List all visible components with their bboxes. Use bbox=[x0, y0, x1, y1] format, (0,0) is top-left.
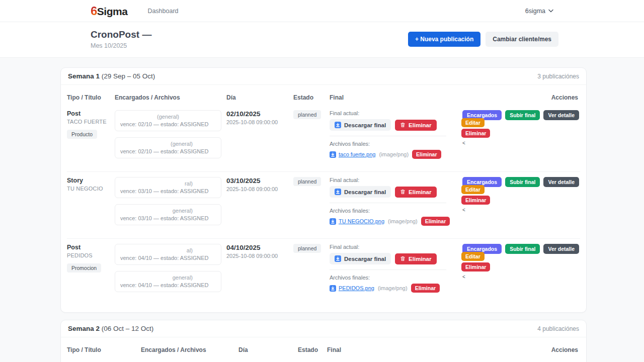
final-file-name: PEDIDOS.png bbox=[339, 285, 374, 291]
assignee-due: vence: 02/10 — estado: ASSIGNED bbox=[120, 121, 216, 127]
delete-final-button[interactable]: Eliminar bbox=[395, 120, 436, 131]
publication-type: Post bbox=[67, 110, 115, 117]
account-name: 6sigma bbox=[525, 8, 545, 15]
final-divider bbox=[330, 203, 446, 203]
column-header: Final bbox=[330, 94, 461, 101]
editar-button[interactable]: Editar bbox=[461, 185, 485, 194]
publication-row: Story TU NEGOCIO ral) vence: 03/10 — est… bbox=[67, 171, 580, 238]
download-final-button[interactable]: Descargar final bbox=[330, 253, 391, 264]
final-divider bbox=[330, 136, 446, 136]
final-file-link[interactable]: TU NEGOCIO.png bbox=[330, 218, 384, 225]
assignee-due: vence: 03/10 — estado: ASSIGNED bbox=[120, 215, 216, 221]
eliminar-button[interactable]: Eliminar bbox=[461, 196, 490, 205]
publication-row: Post TACO FUERTE Producto (general) venc… bbox=[67, 105, 580, 171]
assignee-role: (general) bbox=[120, 141, 216, 147]
account-menu[interactable]: 6sigma bbox=[525, 8, 553, 15]
assignee-box: general) vence: 03/10 — estado: ASSIGNED bbox=[115, 204, 221, 225]
nav-dashboard[interactable]: Dashboard bbox=[147, 8, 178, 15]
editar-button[interactable]: Editar bbox=[461, 118, 485, 127]
assignee-due: vence: 03/10 — estado: ASSIGNED bbox=[120, 188, 216, 194]
trash-icon bbox=[400, 256, 406, 261]
collapse-caret[interactable]: < bbox=[461, 207, 465, 213]
collapse-caret[interactable]: < bbox=[461, 274, 465, 280]
table-header: Tipo / TítuloEncargados / ArchivosDíaEst… bbox=[67, 89, 580, 105]
assignee-role: general) bbox=[120, 208, 216, 214]
assignee-role: al) bbox=[120, 247, 216, 253]
delete-file-button[interactable]: Eliminar bbox=[421, 217, 450, 226]
collapse-caret[interactable]: < bbox=[461, 140, 465, 146]
final-file-name: taco fuerte.png bbox=[339, 151, 375, 157]
archivos-finales-label: Archivos finales: bbox=[330, 141, 461, 147]
logo-sigma-text: Sigma bbox=[97, 6, 128, 17]
delete-file-button[interactable]: Eliminar bbox=[412, 150, 441, 159]
column-header: Tipo / Título bbox=[67, 346, 141, 353]
page-title: CronoPost — bbox=[91, 29, 151, 40]
assignee-role: general) bbox=[120, 275, 216, 281]
publication-count: 4 publicaciónes bbox=[537, 325, 579, 332]
column-header: Estado bbox=[293, 94, 330, 101]
trash-icon bbox=[400, 122, 406, 128]
publication-title: TU NEGOCIO bbox=[67, 186, 115, 192]
publication-datetime: 2025-10-08 09:00:00 bbox=[226, 119, 293, 125]
column-header: Final bbox=[327, 346, 460, 353]
chevron-down-icon bbox=[548, 9, 553, 13]
top-navbar: 6Sigma Dashboard 6sigma bbox=[0, 0, 644, 22]
column-header: Estado bbox=[298, 346, 327, 353]
status-badge: planned bbox=[293, 110, 321, 119]
page-header: CronoPost — Mes 10/2025 + Nueva publicac… bbox=[0, 22, 644, 58]
week-title: Semana 2 (06 Oct – 12 Oct) bbox=[68, 325, 153, 332]
delete-file-button[interactable]: Eliminar bbox=[411, 284, 440, 293]
publication-date: 02/10/2025 bbox=[226, 110, 293, 118]
delete-final-button[interactable]: Eliminar bbox=[395, 253, 436, 264]
week-section: Semana 1 (29 Sep – 05 Oct) 3 publicación… bbox=[60, 67, 587, 313]
final-actual-label: Final actual: bbox=[330, 244, 461, 250]
final-actual-label: Final actual: bbox=[330, 177, 461, 183]
category-badge: Promocion bbox=[67, 263, 101, 273]
new-publication-button[interactable]: + Nueva publicación bbox=[408, 32, 480, 47]
status-badge: planned bbox=[293, 244, 321, 253]
assignee-box: general) vence: 04/10 — estado: ASSIGNED bbox=[115, 271, 221, 292]
assignee-due: vence: 02/10 — estado: ASSIGNED bbox=[120, 148, 216, 154]
publication-type: Story bbox=[67, 177, 115, 184]
assignee-due: vence: 04/10 — estado: ASSIGNED bbox=[120, 255, 216, 261]
file-mime-type: (image/png) bbox=[378, 285, 408, 291]
eliminar-button[interactable]: Eliminar bbox=[461, 262, 490, 272]
archivos-finales-label: Archivos finales: bbox=[330, 275, 461, 281]
logo-6-glyph: 6 bbox=[91, 4, 97, 18]
assignee-box: ral) vence: 03/10 — estado: ASSIGNED bbox=[115, 177, 221, 198]
download-icon bbox=[330, 151, 336, 158]
download-final-button[interactable]: Descargar final bbox=[330, 186, 391, 198]
category-badge: Producto bbox=[67, 130, 97, 139]
change-client-button[interactable]: Cambiar cliente/mes bbox=[486, 32, 558, 47]
download-icon bbox=[330, 285, 336, 292]
page-subtitle: Mes 10/2025 bbox=[91, 42, 151, 49]
eliminar-button[interactable]: Eliminar bbox=[461, 129, 490, 138]
content-area: Semana 1 (29 Sep – 05 Oct) 3 publicación… bbox=[0, 58, 644, 362]
final-actual-label: Final actual: bbox=[330, 110, 461, 116]
download-icon bbox=[335, 189, 341, 195]
archivos-finales-label: Archivos finales: bbox=[330, 208, 461, 214]
publication-title: PEDIDOS bbox=[67, 252, 115, 258]
publication-datetime: 2025-10-08 09:00:00 bbox=[226, 186, 293, 192]
download-icon bbox=[335, 122, 341, 128]
column-header: Encargados / Archivos bbox=[141, 346, 238, 353]
download-final-button[interactable]: Descargar final bbox=[330, 119, 391, 131]
assignee-box: (general) vence: 02/10 — estado: ASSIGNE… bbox=[115, 110, 221, 131]
final-divider bbox=[330, 269, 446, 270]
column-header: Acciones bbox=[461, 94, 580, 101]
table-header: Tipo / TítuloEncargados / ArchivosDíaEst… bbox=[67, 341, 580, 357]
editar-button[interactable]: Editar bbox=[461, 252, 485, 261]
assignee-role: (general) bbox=[120, 114, 216, 120]
publication-date: 04/10/2025 bbox=[226, 244, 293, 251]
column-header: Día bbox=[226, 94, 293, 101]
assignee-role: ral) bbox=[120, 180, 216, 187]
final-file-link[interactable]: taco fuerte.png bbox=[330, 151, 375, 158]
final-file-name: TU NEGOCIO.png bbox=[339, 218, 384, 224]
app-logo[interactable]: 6Sigma bbox=[91, 4, 127, 18]
trash-icon bbox=[400, 189, 406, 195]
final-file-link[interactable]: PEDIDOS.png bbox=[330, 285, 374, 292]
assignee-box: al) vence: 04/10 — estado: ASSIGNED bbox=[115, 244, 221, 265]
column-header: Acciones bbox=[460, 346, 580, 353]
column-header: Tipo / Título bbox=[67, 94, 115, 101]
delete-final-button[interactable]: Eliminar bbox=[395, 187, 436, 198]
